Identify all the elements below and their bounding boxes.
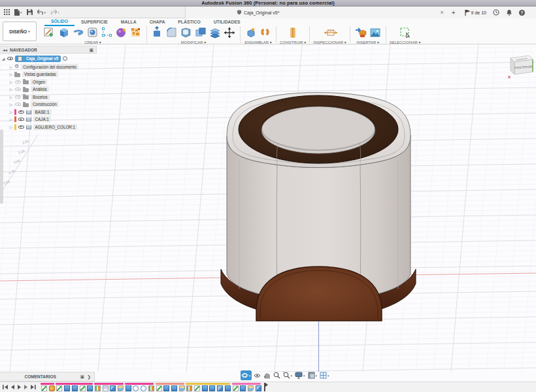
display-settings-button[interactable]: ▾ — [294, 370, 306, 380]
fillet-button[interactable] — [165, 26, 179, 40]
comments-panel[interactable]: COMENTARIOS ▣ ❯ — [0, 372, 95, 382]
visibility-eye-icon[interactable] — [7, 57, 13, 60]
chevron-expanded-icon[interactable]: ◢ — [0, 56, 7, 61]
timeline-feature-extrude-icon[interactable] — [126, 385, 131, 391]
group-label-construir[interactable]: CONSTRUIR ▾ — [280, 40, 306, 44]
chevron-right-icon[interactable]: ▷ — [8, 102, 14, 106]
timeline-feature-fillet-icon[interactable] — [118, 385, 124, 391]
zoom-window-button[interactable]: ▾ — [282, 370, 293, 380]
combine-button[interactable] — [193, 26, 208, 40]
undo-button[interactable]: ▾ — [37, 9, 46, 15]
timeline-group-bar[interactable] — [186, 383, 230, 385]
timeline-feature-combine-icon[interactable] — [256, 385, 261, 391]
orbit-button[interactable]: ▾ — [241, 370, 252, 380]
construction-plane-button[interactable] — [286, 26, 300, 40]
chevron-right-icon[interactable]: ▷ — [8, 125, 14, 129]
app-launcher-icon[interactable] — [4, 9, 10, 15]
tree-root-component[interactable]: ◢ Caja_Original v5 — [0, 55, 97, 63]
timeline-group-bar[interactable] — [56, 383, 93, 385]
new-component-button[interactable] — [244, 26, 258, 40]
save-button[interactable] — [27, 9, 33, 15]
pan-button[interactable] — [263, 370, 271, 380]
chevron-right-icon[interactable]: ▷ — [8, 117, 14, 122]
insert-canvas-button[interactable] — [368, 26, 382, 40]
zoom-button[interactable] — [273, 370, 281, 380]
timeline-feature-appearance-icon[interactable] — [186, 385, 192, 391]
chevron-right-icon[interactable]: ▷ — [8, 95, 14, 99]
group-label-ensamblar[interactable]: ENSAMBLAR ▾ — [244, 40, 272, 44]
view-cube[interactable]: SUPERIOR POSTERIOR X — [506, 47, 535, 81]
look-at-button[interactable] — [253, 370, 261, 380]
timeline-feature-extrude-icon[interactable] — [163, 385, 169, 391]
timeline-feature-appearance-icon[interactable] — [148, 385, 154, 391]
chevron-right-icon[interactable]: ▷ — [8, 110, 14, 114]
timeline-feature-sketch-icon[interactable] — [56, 385, 62, 391]
grid-snap-settings-button[interactable]: ▾ — [307, 370, 318, 380]
press-pull-button[interactable] — [150, 26, 165, 40]
timeline-feature-sketch-icon[interactable] — [41, 385, 47, 391]
tree-item-construction[interactable]: ▷ Construcción — [0, 101, 97, 108]
timeline-group-bar[interactable] — [41, 383, 54, 385]
timeline-feature-extrude-icon[interactable] — [240, 385, 246, 391]
tree-item-base[interactable]: ▷ BASE:1 — [0, 108, 97, 116]
timeline-feature-extrude-icon[interactable] — [72, 385, 78, 391]
group-label-seleccionar[interactable]: SELECCIONAR ▾ — [390, 40, 421, 44]
visibility-eye-icon[interactable] — [18, 125, 24, 129]
tab-utilidades[interactable]: UTILIDADES — [207, 19, 247, 25]
timeline-group-bar[interactable] — [125, 383, 154, 385]
group-label-crear[interactable]: CREAR ▾ — [84, 40, 101, 44]
select-button[interactable] — [398, 26, 412, 40]
timeline-feature-extrude-icon[interactable] — [87, 385, 93, 391]
create-form-button[interactable] — [114, 26, 129, 40]
activate-component-radio[interactable] — [63, 56, 67, 61]
timeline-group-bar[interactable] — [94, 383, 124, 385]
timeline-feature-extrude-icon[interactable] — [64, 385, 70, 391]
timeline-feature-circle-icon[interactable] — [141, 385, 146, 391]
insert-mesh-button[interactable] — [354, 26, 368, 40]
timeline-group-bar[interactable] — [156, 383, 185, 385]
timeline-group-bar[interactable] — [232, 383, 261, 385]
notifications-bell-icon[interactable] — [506, 9, 512, 16]
modeling-viewport[interactable]: 2,502,252,001,751,50 SUPERIOR POSTERIOR … — [0, 44, 536, 372]
tab-chapa[interactable]: CHAPA — [143, 19, 172, 25]
timeline-feature-sketch-icon[interactable] — [156, 385, 162, 391]
tab-plastico[interactable]: PLÁSTICO — [171, 19, 207, 25]
chevron-right-icon[interactable]: ▷ — [8, 65, 14, 69]
help-icon[interactable]: ? — [519, 10, 525, 16]
tab-malla[interactable]: MALLA — [114, 19, 143, 25]
tree-item-document-settings[interactable]: ▷ ⚙ Configuración del documento — [0, 63, 97, 71]
model-opening[interactable] — [261, 106, 375, 154]
tree-item-origin[interactable]: ▷ Origen — [0, 78, 97, 86]
timeline-feature-sketch-icon[interactable] — [194, 385, 200, 391]
offset-face-button[interactable] — [208, 26, 222, 40]
timeline-feature-revolve-icon[interactable] — [49, 385, 55, 391]
visibility-eye-icon[interactable] — [15, 95, 21, 99]
workspace-selector-button[interactable]: DISEÑO ▾ — [3, 22, 37, 41]
notification-center-clock-icon[interactable] — [493, 9, 499, 16]
timeline-feature-shell-icon[interactable] — [103, 385, 109, 391]
timeline-feature-circle-icon[interactable] — [133, 385, 139, 391]
left-scrollbar[interactable] — [0, 129, 3, 204]
timeline-feature-appearance-icon[interactable] — [95, 385, 101, 391]
create-texture-button[interactable] — [129, 26, 143, 40]
timeline-position-marker[interactable] — [264, 383, 265, 391]
shell-button[interactable] — [179, 26, 193, 40]
extrude-button[interactable] — [57, 26, 71, 40]
tree-item-analysis[interactable]: ▷ Análisis — [0, 86, 97, 93]
close-tab-icon[interactable]: × — [440, 10, 443, 15]
file-menu-button[interactable]: ▾ — [14, 9, 22, 16]
panel-display-icon[interactable]: ▣ — [89, 48, 93, 52]
timeline-feature-extrude-icon[interactable] — [171, 385, 177, 391]
document-tab[interactable]: Caja_Original v5* — [233, 7, 283, 18]
revolve-button[interactable] — [71, 26, 86, 40]
visibility-eye-icon[interactable] — [15, 80, 21, 84]
create-sketch-button[interactable] — [42, 26, 57, 40]
viewports-button[interactable]: ▾ — [319, 370, 330, 380]
timeline-track[interactable] — [0, 382, 536, 392]
tab-solido[interactable]: SÓLIDO — [44, 18, 75, 26]
browser-header[interactable]: ◂◂ NAVEGADOR ▣ — [0, 46, 97, 54]
measure-button[interactable] — [323, 26, 337, 40]
group-label-insertar[interactable]: INSERTAR ▾ — [356, 40, 378, 44]
timeline-feature-extrude-icon[interactable] — [225, 385, 231, 391]
tree-item-sketches[interactable]: ▷ Bocetos — [0, 93, 97, 101]
